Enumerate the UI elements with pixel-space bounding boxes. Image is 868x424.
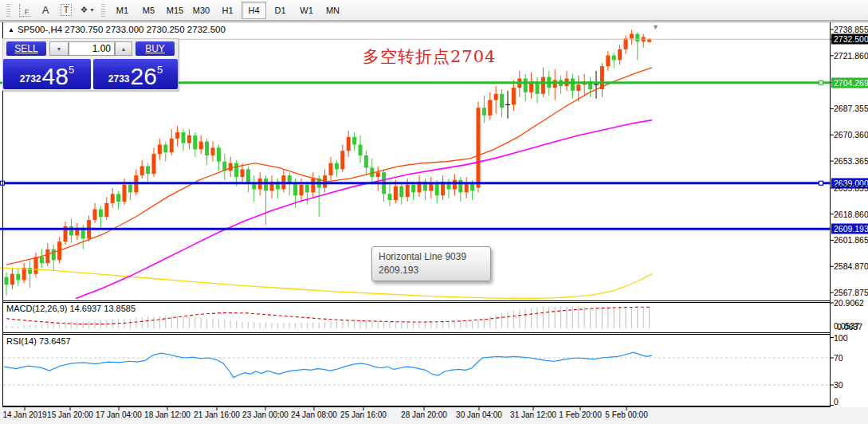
fibonacci-icon[interactable]: F	[15, 2, 34, 18]
buy-price-sup: 5	[157, 64, 163, 76]
macd-axis-top-label: 20.9062	[834, 298, 864, 308]
price-axis-label: 2653.365	[834, 156, 868, 167]
time-axis-label: 17 Jan 04:00	[96, 410, 142, 419]
volume-decrease-button[interactable]: ▼	[49, 41, 69, 56]
time-axis-label: 18 Jan 12:00	[144, 410, 190, 419]
toolbar-grip[interactable]	[6, 4, 10, 17]
time-axis-label: 28 Jan 20:00	[401, 410, 447, 419]
timeframe-h4[interactable]: H4	[242, 2, 266, 19]
price-axis-label: 2738.855	[834, 25, 868, 35]
pane-separator[interactable]	[2, 332, 831, 333]
sell-price-prefix: 2732	[20, 73, 41, 84]
time-axis-label: 21 Jan 16:00	[194, 410, 240, 419]
rsi-axis-label: 70	[834, 353, 843, 363]
label-glyph: T	[61, 4, 72, 16]
time-axis-label: 25 Jan 16:00	[340, 410, 387, 419]
chart-title-text: SP500-,H4 2730.750 2733.000 2730.250 273…	[18, 25, 226, 34]
tooltip-line2: 2609.193	[379, 264, 484, 277]
rsi-label: RSI(14) 73.6457	[6, 336, 71, 346]
price-axis-label: 2732.500	[831, 34, 868, 45]
time-axis-label: 30 Jan 04:00	[456, 410, 502, 419]
sell-button[interactable]: SELL	[6, 41, 46, 56]
time-axis-label: 23 Jan 00:00	[242, 410, 289, 419]
rsi-axis-label: 100	[834, 332, 848, 343]
buy-quote[interactable]: 2733265	[93, 59, 178, 89]
time-axis-label: 1 Feb 20:00	[559, 410, 601, 419]
pane-border-right	[830, 22, 831, 407]
fibonacci-glyph: F	[19, 4, 31, 17]
buy-price-prefix: 2733	[108, 73, 130, 84]
timeframe-m30[interactable]: M30	[189, 2, 214, 19]
rsi-axis-label: 0	[834, 397, 839, 407]
horizontal-line-tooltip: Horizontal Line 9039 2609.193	[371, 246, 491, 281]
arrows-glyph: ❖	[81, 5, 88, 15]
volume-field[interactable]: 1.00	[69, 41, 115, 56]
arrows-icon[interactable]: ❖ ▾	[77, 2, 96, 18]
price-axis-label: 2609.193	[831, 224, 868, 234]
timeframe-m5[interactable]: M5	[136, 2, 161, 19]
chart-title: ▲SP500-,H4 2730.750 2733.000 2730.250 27…	[8, 25, 226, 34]
timeframe-mn[interactable]: MN	[320, 2, 345, 19]
window-divider	[0, 22, 868, 22]
collapse-triangle-icon[interactable]: ▲	[8, 26, 14, 33]
text-icon[interactable]: A	[36, 2, 55, 18]
volume-increase-button[interactable]: ▲	[115, 41, 132, 56]
one-click-trading-panel: SELL ▼ 1.00 ▲ BUY 2732485 2733265	[2, 38, 179, 91]
time-axis-label: 14 Jan 2019	[2, 410, 46, 419]
price-axis-label: 2670.360	[834, 130, 868, 140]
price-axis-label: 2618.860	[834, 209, 868, 219]
price-axis-label: 2704.269	[831, 77, 868, 88]
chevron-down-icon: ▾	[90, 6, 93, 14]
sell-price-big: 48	[42, 65, 69, 88]
timeframe-h1[interactable]: H1	[215, 2, 240, 19]
buy-price-big: 26	[131, 65, 157, 88]
text-glyph: A	[42, 4, 49, 16]
toolbar-grip[interactable]	[101, 4, 105, 17]
time-axis-label: 5 Feb 00:00	[605, 410, 647, 419]
timeframe-d1[interactable]: D1	[268, 2, 293, 19]
price-axis-label: 2601.865	[834, 235, 868, 245]
timeframe-m1[interactable]: M1	[110, 2, 135, 19]
chart-shift-marker-icon[interactable]: ▼	[652, 23, 659, 31]
rsi-axis-label: 30	[834, 380, 843, 391]
sell-price-sup: 5	[69, 64, 74, 76]
price-axis-label: 2721.860	[834, 50, 868, 61]
macd-label: MACD(12,26,9) 14.6937 13.8585	[6, 304, 136, 313]
price-axis-label: 2567.875	[834, 288, 868, 298]
tooltip-line1: Horizontal Line 9039	[379, 250, 484, 264]
sell-quote[interactable]: 2732485	[3, 59, 91, 89]
time-axis-label: 31 Jan 12:00	[510, 410, 556, 419]
pane-separator[interactable]	[2, 302, 831, 303]
pane-separator[interactable]	[2, 300, 831, 301]
time-axis-label: 24 Jan 08:00	[291, 410, 337, 419]
macd-axis-bottom-label: 0.0537	[834, 321, 859, 331]
timeframe-buttons: M1M5M15M30H1H4D1W1MN	[109, 2, 346, 19]
price-axis-label: 2687.355	[834, 104, 868, 114]
pane-border-bottom	[2, 406, 831, 407]
toolbar: F A T ❖ ▾ M1M5M15M30H1H4D1W1MN	[0, 0, 868, 21]
price-axis-label: 2584.870	[834, 261, 868, 272]
timeframe-w1[interactable]: W1	[294, 2, 319, 19]
price-axis-label: 2635.855	[834, 183, 868, 193]
timeframe-m15[interactable]: M15	[163, 2, 187, 19]
label-icon[interactable]: T	[57, 2, 76, 18]
pane-separator[interactable]	[2, 334, 831, 335]
time-axis-label: 15 Jan 20:00	[47, 410, 93, 419]
buy-button[interactable]: BUY	[136, 41, 175, 56]
chart-annotation-text[interactable]: 多空转折点2704	[363, 45, 496, 68]
